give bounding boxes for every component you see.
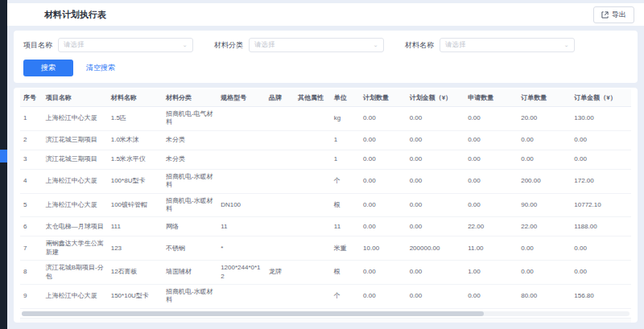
table-cell: 0.00	[571, 236, 631, 261]
table-cell	[217, 130, 266, 150]
table-cell: 1	[20, 107, 43, 131]
table-cell: 156.80	[571, 284, 631, 308]
main-area: 材料计划执行表 导出 项目名称请选择⌄材料分类请选择⌄材料名称请选择⌄ 搜索 清…	[7, 0, 644, 329]
page-title: 材料计划执行表	[44, 9, 106, 21]
table-row[interactable]: 1上海松江中心大厦1.5匹招商机电-电气材料kg0.000.000.0020.0…	[20, 107, 631, 131]
filter-field-material-category: 材料分类请选择⌄	[214, 38, 384, 52]
table-cell: 0.00	[360, 193, 407, 217]
chevron-down-icon: ⌄	[564, 43, 569, 47]
table-cell: 0.00	[464, 107, 518, 131]
table-row[interactable]: 3滨江花城三期项目1.5米水平仪未分类10.000.000.000.000.00	[20, 150, 631, 169]
table-cell: 根	[331, 261, 360, 285]
chevron-down-icon: ⌄	[373, 43, 378, 47]
table-cell: 10.00	[360, 236, 407, 261]
table-cell: 0.00	[360, 169, 407, 193]
table-cell: 0.00	[407, 193, 464, 217]
column-header: 材料名称	[108, 89, 163, 107]
table-cell	[217, 169, 266, 193]
table-row[interactable]: 8滨江花城B期项目-分包12石膏板墙面辅材1200*244*0*12龙牌根0.0…	[20, 261, 631, 285]
table-cell: 1.5匹	[108, 107, 163, 131]
table-cell: 0.00	[407, 284, 464, 308]
table-row[interactable]: 4上海松江中心大厦100*8U型卡招商机电-水暖材料个0.000.000.002…	[20, 169, 631, 193]
table-cell: 9	[20, 284, 43, 308]
summary-row: 合计 计划总金额（¥）：354,568,213.58订单总金额（¥）：1,050…	[20, 318, 631, 323]
table-cell: 3	[20, 150, 43, 169]
material-name-select[interactable]: 请选择⌄	[440, 38, 575, 52]
table-cell	[266, 130, 295, 150]
table-cell	[295, 217, 331, 236]
table-cell: 0.00	[407, 130, 464, 150]
table-cell: 招商机电-水暖材料	[163, 284, 217, 308]
table-cell: 100*8U型卡	[108, 169, 163, 193]
column-header: 品牌	[266, 89, 295, 107]
table-cell: 8	[20, 261, 43, 285]
table-cell: 11.00	[464, 236, 518, 261]
materials-table: 序号项目名称材料名称材料分类规格型号品牌其他属性单位计划数量计划金额（¥）申请数…	[20, 89, 631, 309]
table-cell: 22.00	[464, 217, 518, 236]
table-cell: 网络	[163, 217, 217, 236]
table-row[interactable]: 9上海松江中心大厦150*10U型卡招商机电-水暖材料个0.000.000.00…	[20, 284, 631, 308]
table-cell: 1.00	[464, 261, 518, 285]
table-cell: 200.00	[518, 169, 571, 193]
scrollbar-thumb[interactable]	[22, 311, 484, 316]
table-card: 序号项目名称材料名称材料分类规格型号品牌其他属性单位计划数量计划金额（¥）申请数…	[14, 88, 638, 323]
filter-label-material-name: 材料名称	[405, 40, 434, 51]
table-cell: 1.0米木沫	[108, 130, 163, 150]
table-cell: 172.00	[571, 169, 631, 193]
table-cell: 滨江花城三期项目	[43, 130, 108, 150]
table-cell	[266, 193, 295, 217]
table-row[interactable]: 6太仓电梯—月球项目111网络11110.000.0022.0022.00118…	[20, 217, 631, 236]
table-cell: 22.00	[518, 217, 571, 236]
table-cell: 7	[20, 236, 43, 261]
table-cell: 0.00	[464, 169, 518, 193]
column-header: 计划金额（¥）	[407, 89, 464, 107]
table-row[interactable]: 5上海松江中心大厦100镀锌管帽招商机电-水暖材料DN100根0.000.000…	[20, 193, 631, 217]
table-cell: 100镀锌管帽	[108, 193, 163, 217]
filter-field-material-name: 材料名称请选择⌄	[405, 38, 575, 52]
table-cell: 0.00	[360, 107, 407, 131]
table-cell: 0.00	[518, 236, 571, 261]
sidebar-active-indicator[interactable]	[0, 150, 7, 162]
export-button[interactable]: 导出	[593, 6, 634, 23]
table-cell: 根	[331, 193, 360, 217]
table-cell: 未分类	[163, 130, 217, 150]
table-cell: *	[217, 236, 266, 261]
table-cell: 0.00	[360, 217, 407, 236]
table-cell: 11	[217, 217, 266, 236]
select-placeholder: 请选择	[64, 40, 85, 50]
table-cell: kg	[331, 107, 360, 131]
table-cell: 上海松江中心大厦	[43, 284, 108, 308]
column-header: 订单数量	[518, 89, 571, 107]
material-category-select[interactable]: 请选择⌄	[249, 38, 384, 52]
table-cell	[295, 169, 331, 193]
table-cell: 0.00	[464, 193, 518, 217]
table-cell: DN100	[217, 193, 266, 217]
table-cell: 1188.00	[571, 217, 631, 236]
table-cell: 11	[331, 217, 360, 236]
table-cell	[295, 107, 331, 131]
column-header: 订单金额（¥）	[571, 89, 631, 107]
table-cell: 0.00	[571, 130, 631, 150]
table-cell: 不锈钢	[163, 236, 217, 261]
table-cell	[266, 236, 295, 261]
table-cell: 150*10U型卡	[108, 284, 163, 308]
clear-search-link[interactable]: 清空搜索	[86, 63, 115, 73]
table-cell	[295, 261, 331, 285]
table-cell: 0.00	[360, 261, 407, 285]
project-name-select[interactable]: 请选择⌄	[58, 38, 193, 52]
table-cell: 招商机电-水暖材料	[163, 169, 217, 193]
table-cell: 0.00	[518, 261, 571, 285]
table-row[interactable]: 2滨江花城三期项目1.0米木沫未分类10.000.000.000.000.00	[20, 130, 631, 150]
table-cell: 招商机电-水暖材料	[163, 193, 217, 217]
table-cell	[266, 150, 295, 169]
filter-label-project-name: 项目名称	[23, 40, 52, 51]
table-row[interactable]: 7南钢鑫达大学生公寓新建123不锈钢*米重10.00200000.0011.00…	[20, 236, 631, 261]
horizontal-scrollbar[interactable]	[22, 311, 630, 316]
table-cell: 4	[20, 169, 43, 193]
search-button[interactable]: 搜索	[23, 60, 73, 76]
table-cell: 滨江花城三期项目	[43, 150, 108, 169]
select-placeholder: 请选择	[254, 40, 275, 50]
sidebar-rail[interactable]	[0, 0, 7, 329]
table-cell: 个	[331, 169, 360, 193]
table-cell: 10772.10	[571, 193, 631, 217]
